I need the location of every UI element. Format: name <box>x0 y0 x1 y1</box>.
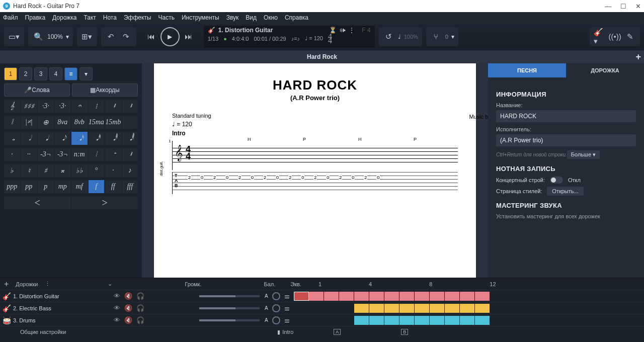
document-tab[interactable]: Hard Rock <box>307 53 337 60</box>
volume-slider[interactable] <box>199 307 260 309</box>
menu-note[interactable]: Нота <box>103 14 117 21</box>
keysig-icon[interactable]: ♯♯♯ <box>21 100 37 113</box>
notation-staff[interactable]: 𝄞 44 1 <box>172 141 458 170</box>
current-track-name[interactable]: 1. Distortion Guitar <box>218 27 273 34</box>
minimize-button[interactable]: — <box>605 3 611 10</box>
voice-1-button[interactable]: 1 <box>4 67 17 80</box>
multivoice-button[interactable]: ≡ <box>64 67 77 80</box>
add-document-button[interactable]: + <box>635 52 641 62</box>
marker-intro[interactable]: ▮ Intro <box>277 329 293 335</box>
quarter-note-icon[interactable]: 𝅘𝅥 <box>38 132 54 145</box>
volume-slider[interactable] <box>199 295 260 297</box>
repeat-icon[interactable]: |𝄎| <box>21 116 37 129</box>
add-track-button[interactable]: + <box>4 280 9 289</box>
track-blocks[interactable] <box>294 302 644 314</box>
redo-icon[interactable]: ↷ <box>120 31 132 43</box>
track-blocks[interactable] <box>294 290 644 302</box>
flat-icon[interactable]: ♭ <box>4 164 20 177</box>
doublesharp-icon[interactable]: 𝄪 <box>55 164 71 177</box>
line-in-icon[interactable]: ((•)) <box>609 31 621 43</box>
concert-pitch-toggle[interactable] <box>550 177 563 184</box>
lyrics-button[interactable]: 🎤 Слова <box>4 83 70 97</box>
visibility-icon[interactable]: 👁 <box>114 304 120 312</box>
design-mode-button[interactable]: ▾ <box>79 67 93 80</box>
crescendo-icon[interactable]: < <box>4 196 70 209</box>
eq-button[interactable]: ⚌ <box>284 317 290 324</box>
track-row[interactable]: 🥁 3. Drums 👁 🔇 🎧 A⚌ <box>0 314 644 326</box>
grid-icon[interactable]: ⊞▾ <box>81 31 93 43</box>
pan-knob[interactable] <box>272 304 280 312</box>
loop-speed[interactable]: 100% <box>404 34 418 40</box>
ff-icon[interactable]: ff <box>105 180 121 193</box>
f-icon[interactable]: f <box>89 180 105 193</box>
ottava-down-icon[interactable]: 8vb <box>71 116 88 129</box>
menu-window[interactable]: Окно <box>264 14 278 21</box>
voice-4-button[interactable]: 4 <box>49 67 62 80</box>
menu-edit[interactable]: Правка <box>25 14 46 21</box>
track-name[interactable]: 2. Electric Bass <box>13 305 114 311</box>
marker-b[interactable]: B <box>401 329 408 335</box>
solo-icon[interactable]: 🎧 <box>136 292 144 300</box>
ppp-icon[interactable]: ppp <box>4 180 20 193</box>
artist-input[interactable] <box>496 134 636 146</box>
rest-icon[interactable]: ⁝ <box>89 100 105 113</box>
tab-track[interactable]: ДОРОЖКА <box>566 63 644 77</box>
loop-icon[interactable]: ↺ <box>383 31 395 43</box>
zoom-icon[interactable]: 🔍 <box>32 31 44 43</box>
skip-end-icon[interactable]: ⏭ <box>183 31 195 43</box>
metronome-icon[interactable]: 🕪 <box>340 27 346 34</box>
solo-icon[interactable]: 🎧 <box>136 304 144 312</box>
coda-icon[interactable]: ⊕ <box>38 116 54 129</box>
tab-song[interactable]: ПЕСНЯ <box>488 63 566 77</box>
menu-effects[interactable]: Эффекты <box>124 14 151 21</box>
chevron-down-icon[interactable]: ▾ <box>451 33 454 40</box>
menu-help[interactable]: Справка <box>285 14 308 21</box>
chevron-down-icon[interactable]: ▾ <box>66 33 69 40</box>
track-row[interactable]: 🎸 1. Distortion Guitar 👁 🔇 🎧 A⚌ <box>0 290 644 302</box>
mp-icon[interactable]: mp <box>55 180 71 193</box>
solo-icon[interactable]: 🎧 <box>136 316 144 324</box>
visibility-icon[interactable]: 👁 <box>114 292 120 300</box>
score-view[interactable]: HARD ROCK (A.R Power trio) Music by Stan… <box>142 63 488 278</box>
track-row[interactable]: 🎸 2. Electric Bass 👁 🔇 🎧 A⚌ <box>0 302 644 314</box>
natural-icon[interactable]: ♮ <box>21 164 37 177</box>
barline-icon[interactable]: 𝄁 <box>4 116 20 129</box>
track-name[interactable]: 3. Drums <box>13 317 114 323</box>
sixtyfourth-note-icon[interactable]: 𝅘𝅥𝅱 <box>105 132 121 145</box>
general-settings[interactable]: Общие настройки <box>20 329 66 335</box>
mute-icon[interactable]: 🔇 <box>124 316 132 324</box>
quindicesima-icon[interactable]: 15ma <box>89 116 105 129</box>
more-button[interactable]: Больше ▾ <box>567 150 600 159</box>
pan-knob[interactable] <box>272 316 280 324</box>
pan-knob[interactable] <box>272 292 280 300</box>
sharp-icon[interactable]: ♯ <box>38 164 54 177</box>
visibility-icon[interactable]: 👁 <box>114 316 120 324</box>
mute-icon[interactable]: 🔇 <box>124 292 132 300</box>
countdown-icon[interactable]: ⋮ <box>349 27 355 34</box>
menu-tools[interactable]: Инструменты <box>182 14 219 21</box>
eighth-note-icon[interactable]: 𝅘𝅥𝅮 <box>55 132 71 145</box>
menu-track[interactable]: Дорожка <box>52 14 76 21</box>
triplet-icon[interactable]: ·3· <box>38 100 54 113</box>
fff-icon[interactable]: fff <box>122 180 138 193</box>
pp-icon[interactable]: pp <box>21 180 37 193</box>
layout-icon[interactable]: ▭▾ <box>8 31 20 43</box>
note128-icon[interactable]: 𝅘𝅥𝅲 <box>122 132 138 145</box>
whole-note-icon[interactable]: 𝅝 <box>4 132 20 145</box>
p-icon[interactable]: p <box>38 180 54 193</box>
rest3-icon[interactable]: 𝄽 <box>122 100 138 113</box>
marker-a[interactable]: A <box>334 329 341 335</box>
undo-icon[interactable]: ↶ <box>105 31 117 43</box>
mute-icon[interactable]: 🔇 <box>124 304 132 312</box>
doubleflat-icon[interactable]: ♭♭ <box>71 164 88 177</box>
half-note-icon[interactable]: 𝅗𝅥 <box>21 132 37 145</box>
auto-label[interactable]: A <box>265 293 268 299</box>
play-button[interactable]: ▶ <box>160 27 180 46</box>
menu-bar[interactable]: Такт <box>84 14 96 21</box>
menu-file[interactable]: Файл <box>3 14 18 21</box>
mf-icon[interactable]: mf <box>71 180 88 193</box>
tuning-fork-icon[interactable]: ⑂ <box>430 31 442 43</box>
ottava-icon[interactable]: 8va <box>55 116 71 129</box>
voice-2-button[interactable]: 2 <box>19 67 32 80</box>
menu-section[interactable]: Часть <box>158 14 174 21</box>
